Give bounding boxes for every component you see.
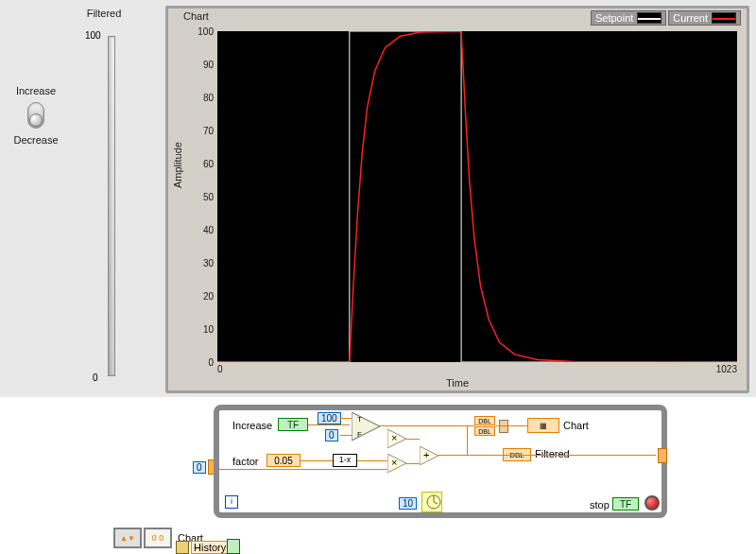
hist-val: 0 [159, 533, 163, 543]
hist-idx: 0 [152, 533, 157, 543]
history-write-icon [227, 539, 240, 554]
y-tick: 30 [185, 258, 214, 268]
toggle-label-increase: Increase [8, 85, 64, 96]
while-loop: Increase TF 100 0 T F factor 0.05 1-x × … [214, 405, 667, 518]
loop-stop-button[interactable] [644, 495, 660, 511]
chart-title: Chart [183, 10, 209, 22]
filtered-slider-block: Filtered 100 0 [85, 8, 123, 386]
svg-text:×: × [391, 432, 397, 443]
y-tick: 40 [185, 225, 214, 235]
one-minus-x-text: 1-x [339, 455, 352, 464]
property-node-icon [176, 541, 189, 554]
toggle-switch[interactable] [27, 102, 44, 129]
y-tick: 60 [185, 159, 214, 169]
build-array-icon [499, 420, 508, 433]
y-tick: 0 [185, 357, 214, 368]
tf-text: TF [287, 420, 299, 430]
factor-text: 0.05 [274, 456, 292, 466]
svg-text:T: T [357, 415, 362, 424]
legend-item-setpoint[interactable]: Setpoint [591, 10, 666, 26]
current-line-icon [713, 18, 735, 20]
wait-ms-icon [421, 492, 442, 512]
svg-marker-0 [352, 412, 380, 441]
shift-register-right-icon [658, 448, 667, 463]
array-index-control[interactable]: ▲▼ [113, 528, 142, 548]
dbl-text: DBL [478, 418, 491, 424]
array-value-display: 0 0 [144, 528, 172, 548]
front-panel: Increase Decrease Filtered 100 0 Chart S… [0, 0, 756, 397]
bd-stop-terminal[interactable]: TF [612, 497, 639, 511]
bd-filtered-label: Filtered [535, 448, 570, 459]
dbl-icon: DBL [474, 426, 495, 436]
chart-x-label: Time [168, 377, 747, 389]
svg-text:+: + [423, 449, 429, 460]
bd-factor-label: factor [232, 456, 259, 467]
chart-plot-area[interactable] [217, 31, 737, 362]
legend-sample [637, 12, 662, 24]
x-tick-min: 0 [217, 364, 223, 374]
metronome-icon [424, 493, 443, 511]
dbl-text: DBL [478, 428, 491, 435]
y-tick: 70 [185, 126, 214, 136]
legend-label: Current [673, 12, 708, 24]
chart-svg [217, 31, 737, 362]
x-tick-max: 1023 [716, 364, 737, 374]
chart-y-label: Amplitude [172, 142, 183, 188]
bd-const-0: 0 [325, 429, 338, 441]
svg-text:F: F [357, 430, 362, 439]
bd-factor-value[interactable]: 0.05 [266, 454, 301, 467]
y-tick: 50 [185, 192, 214, 202]
bd-bool-terminal[interactable]: TF [278, 418, 308, 431]
svg-text:×: × [391, 457, 397, 468]
bd-chart-label: Chart [563, 420, 589, 431]
bd-chart-terminal[interactable]: ▦ [527, 418, 559, 433]
filtered-slider-title: Filtered [85, 8, 123, 19]
chart-y-axis: 0102030405060708090100 [197, 31, 215, 362]
series-setpoint [217, 31, 737, 362]
history-node-row: ▲▼ 0 0 Chart [113, 528, 203, 548]
setpoint-line-icon [638, 18, 661, 20]
bd-history-label[interactable]: History [191, 541, 229, 554]
chart-container: Chart Setpoint Current Amplitude 0102030… [165, 6, 749, 393]
series-current [217, 31, 737, 362]
bd-one-minus-x: 1-x [333, 454, 357, 467]
legend-label: Setpoint [595, 12, 633, 24]
y-tick: 10 [185, 324, 214, 335]
add-node-icon: + [420, 446, 442, 465]
svg-line-11 [434, 502, 438, 504]
y-tick: 20 [185, 291, 214, 302]
bd-iteration-terminal: i [225, 495, 238, 509]
tf-text: TF [620, 499, 631, 510]
bd-outer-zero: 0 [193, 461, 206, 474]
bd-stop-label: stop [590, 499, 610, 511]
legend-item-current[interactable]: Current [668, 10, 741, 26]
bd-const-100: 100 [318, 412, 341, 424]
bd-delay-ms: 10 [399, 497, 417, 510]
bd-increase-label: Increase [232, 420, 272, 431]
dbl-icon: DBL [474, 416, 495, 425]
legend-sample [712, 12, 736, 24]
chart-x-axis: 0 1023 [217, 364, 737, 377]
filtered-slider-max: 100 [85, 30, 101, 41]
toggle-label-decrease: Decrease [8, 134, 64, 146]
block-diagram: 0 Increase TF 100 0 T F factor 0.05 1-x … [0, 397, 756, 554]
y-tick: 90 [185, 60, 214, 70]
toggle-switch-block: Increase Decrease [8, 83, 64, 147]
y-tick: 80 [185, 93, 214, 103]
chart-legend: Setpoint Current [591, 10, 741, 26]
filtered-slider-min: 0 [93, 372, 98, 383]
filtered-slider-track[interactable] [108, 36, 115, 376]
i-text: i [231, 496, 232, 506]
toggle-knob [29, 113, 43, 127]
bundle-node-icon: DBL DBL [474, 416, 495, 437]
select-node-icon: T F [352, 412, 386, 441]
y-tick: 100 [185, 26, 214, 37]
